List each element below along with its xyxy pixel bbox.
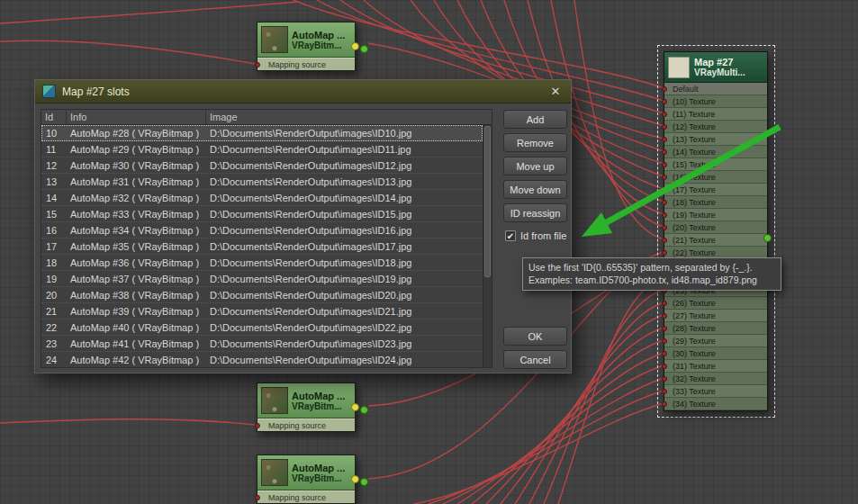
input-socket[interactable]: [662, 313, 667, 319]
table-row[interactable]: 20 AutoMap #38 ( VRayBitmap ) D:\Documen…: [41, 287, 483, 303]
automap-node-bottom[interactable]: AutoMap ... VRayBitm... Mapping source: [257, 454, 356, 504]
input-socket[interactable]: [662, 162, 667, 167]
input-socket[interactable]: [662, 326, 667, 331]
table-row[interactable]: 23 AutoMap #41 ( VRayBitmap ) D:\Documen…: [41, 336, 483, 352]
column-header-info[interactable]: Info: [67, 110, 206, 124]
id-from-file-checkbox[interactable]: ✔ Id from file: [505, 230, 566, 241]
mapping-source-slot[interactable]: Mapping source: [257, 418, 355, 431]
close-icon[interactable]: ✕: [547, 85, 564, 98]
connection-wire[interactable]: [0, 419, 255, 425]
table-row[interactable]: 17 AutoMap #35 ( VRayBitmap ) D:\Documen…: [41, 238, 483, 255]
table-row[interactable]: 16 AutoMap #34 ( VRayBitmap ) D:\Documen…: [41, 222, 483, 238]
texture-slot[interactable]: (21) Texture: [664, 234, 767, 247]
ok-button[interactable]: OK: [503, 327, 567, 346]
texture-slot[interactable]: (20) Texture: [664, 221, 767, 234]
table-row[interactable]: 13 AutoMap #31 ( VRayBitmap ) D:\Documen…: [41, 174, 483, 190]
column-header-image[interactable]: Image: [206, 110, 492, 124]
texture-slot[interactable]: (33) Texture: [664, 385, 767, 398]
automap-node-middle[interactable]: AutoMap ... VRayBitm... Mapping source: [257, 382, 356, 432]
texture-slot[interactable]: (34) Texture: [664, 398, 767, 410]
input-socket[interactable]: [662, 112, 667, 117]
texture-slot[interactable]: (31) Texture: [664, 360, 767, 373]
node-editor-canvas[interactable]: AutoMap ... VRayBitm... Mapping source A…: [0, 0, 858, 504]
input-socket[interactable]: [662, 376, 667, 382]
texture-slot[interactable]: (11) Texture: [664, 108, 767, 121]
multisubtex-node[interactable]: Map #27 VRayMulti... Default (10) Textur…: [664, 51, 768, 411]
mapping-source-slot[interactable]: Mapping source: [257, 490, 355, 503]
automap-node-header[interactable]: AutoMap ... VRayBitm...: [257, 22, 355, 58]
input-socket[interactable]: [662, 86, 667, 92]
input-socket[interactable]: [662, 389, 667, 394]
input-socket[interactable]: [662, 338, 667, 344]
texture-slot[interactable]: (14) Texture: [664, 146, 767, 158]
input-socket[interactable]: [662, 238, 667, 243]
input-socket[interactable]: [662, 137, 667, 142]
input-socket[interactable]: [662, 401, 667, 407]
automap-node-top[interactable]: AutoMap ... VRayBitm... Mapping source: [257, 22, 356, 71]
input-socket[interactable]: [662, 301, 667, 306]
input-socket[interactable]: [662, 364, 667, 369]
input-socket[interactable]: [662, 124, 667, 130]
table-row[interactable]: 14 AutoMap #32 ( VRayBitmap ) D:\Documen…: [41, 190, 483, 206]
input-socket[interactable]: [662, 99, 667, 104]
connection-wire[interactable]: [0, 40, 255, 64]
add-button[interactable]: Add: [503, 110, 567, 129]
cancel-button[interactable]: Cancel: [503, 350, 567, 369]
table-row[interactable]: 15 AutoMap #33 ( VRayBitmap ) D:\Documen…: [41, 206, 483, 222]
input-socket[interactable]: [255, 423, 260, 428]
texture-slot[interactable]: (27) Texture: [664, 310, 767, 322]
table-row[interactable]: 11 AutoMap #29 ( VRayBitmap ) D:\Documen…: [41, 141, 483, 158]
input-socket[interactable]: [662, 351, 667, 356]
connection-wire[interactable]: [574, 0, 664, 239]
mapping-source-slot[interactable]: Mapping source: [257, 58, 355, 70]
remove-button[interactable]: Remove: [503, 133, 567, 152]
input-socket[interactable]: [662, 187, 667, 193]
texture-slot[interactable]: (16) Texture: [664, 171, 767, 184]
texture-slot[interactable]: (10) Texture: [664, 95, 767, 108]
scrollbar-thumb[interactable]: [484, 126, 491, 277]
texture-slot[interactable]: (12) Texture: [664, 121, 767, 133]
input-socket[interactable]: [255, 62, 260, 68]
id-reassign-button[interactable]: ID reassign: [503, 203, 567, 222]
output-socket[interactable]: [763, 234, 772, 242]
move-down-button[interactable]: Move down: [503, 180, 567, 199]
table-row[interactable]: 18 AutoMap #36 ( VRayBitmap ) D:\Documen…: [41, 255, 483, 271]
texture-slot[interactable]: (15) Texture: [664, 158, 767, 171]
texture-slot[interactable]: (26) Texture: [664, 297, 767, 310]
automap-node-header[interactable]: AutoMap ... VRayBitm...: [257, 383, 355, 418]
table-scrollbar[interactable]: [483, 125, 492, 367]
dialog-titlebar[interactable]: Map #27 slots ✕: [35, 80, 571, 104]
table-row[interactable]: 22 AutoMap #40 ( VRayBitmap ) D:\Documen…: [41, 320, 483, 336]
connection-end-dot[interactable]: [360, 45, 368, 53]
column-header-id[interactable]: Id: [41, 110, 67, 124]
texture-slot[interactable]: (19) Texture: [664, 209, 767, 221]
texture-slot[interactable]: (29) Texture: [664, 335, 767, 347]
texture-slot[interactable]: (32) Texture: [664, 373, 767, 385]
table-row[interactable]: 21 AutoMap #39 ( VRayBitmap ) D:\Documen…: [41, 303, 483, 320]
input-socket[interactable]: [255, 495, 260, 500]
texture-slot[interactable]: (17) Texture: [664, 184, 767, 196]
table-row[interactable]: 24 AutoMap #42 ( VRayBitmap ) D:\Documen…: [41, 352, 483, 368]
texture-slot[interactable]: Default: [664, 83, 767, 95]
output-socket[interactable]: [351, 42, 359, 50]
texture-slot[interactable]: (18) Texture: [664, 196, 767, 209]
output-socket[interactable]: [351, 475, 359, 483]
input-socket[interactable]: [662, 212, 667, 218]
table-row[interactable]: 12 AutoMap #30 ( VRayBitmap ) D:\Documen…: [41, 158, 483, 174]
table-row[interactable]: 10 AutoMap #28 ( VRayBitmap ) D:\Documen…: [41, 125, 483, 141]
table-row[interactable]: 19 AutoMap #37 ( VRayBitmap ) D:\Documen…: [41, 271, 483, 287]
connection-end-dot[interactable]: [360, 478, 368, 486]
multisubtex-node-header[interactable]: Map #27 VRayMulti...: [664, 52, 767, 83]
texture-slot[interactable]: (30) Texture: [664, 347, 767, 360]
input-socket[interactable]: [662, 175, 667, 180]
move-up-button[interactable]: Move up: [503, 157, 567, 176]
input-socket[interactable]: [662, 250, 667, 256]
connection-wire[interactable]: [429, 391, 664, 504]
input-socket[interactable]: [662, 149, 667, 155]
connection-end-dot[interactable]: [360, 406, 368, 414]
checkbox-check-icon[interactable]: ✔: [505, 230, 516, 241]
input-socket[interactable]: [662, 200, 667, 205]
input-socket[interactable]: [662, 225, 667, 230]
automap-node-header[interactable]: AutoMap ... VRayBitm...: [257, 455, 355, 490]
texture-slot[interactable]: (28) Texture: [664, 322, 767, 335]
